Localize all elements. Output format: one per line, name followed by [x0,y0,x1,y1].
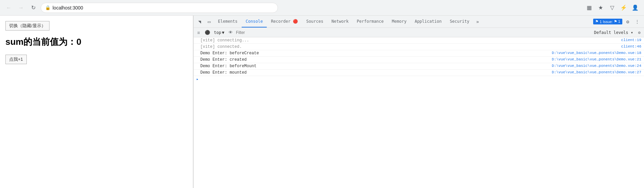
devtools-drawer-icon[interactable]: ▭ [204,17,214,26]
preserve-log-button[interactable]: ⚫ [204,29,211,36]
top-context-arrow: ▼ [222,30,224,35]
console-line: [vite] connecting... client:19 [194,37,644,44]
console-line: Demo Enter: created D:\vue\vue_basic\vue… [194,57,644,63]
bookmark-button[interactable]: ★ [596,3,605,13]
issues-icon: ⚑ [595,19,599,24]
devtools-top-bar: ◥ ▭ Elements Console Recorder 🔴 Sources … [194,16,644,28]
console-line-source[interactable]: D:\vue\vue_basic\vue…ponents\Demo.vue:18 [552,51,641,55]
extensions-button[interactable]: ⚡ [619,3,628,13]
console-toolbar: ☒ ⚫ top ▼ 👁 Default levels ▾ ⚙ [194,28,644,37]
top-context-selector[interactable]: top ▼ [213,30,226,35]
profile-button[interactable]: ▽ [607,3,617,13]
tab-network[interactable]: Network [327,16,353,27]
page-heading: sum的当前值为：0 [5,36,187,48]
issues-count: ⚑ 1 [614,19,620,24]
console-filter-settings-icon[interactable]: ⚙ [636,29,643,36]
tab-performance[interactable]: Performance [353,16,388,27]
address-bar[interactable]: 🔒 localhost:3000 [41,3,278,13]
browser-actions: ▦ ★ ▽ ⚡ 👤 [584,3,640,13]
console-line-source[interactable]: client:19 [621,38,641,42]
tab-sources[interactable]: Sources [302,16,327,27]
devtools-more-icon[interactable]: ⋮ [633,18,641,26]
console-line-text: Demo Enter: beforeCreate [200,51,546,56]
console-line: Demo Enter: beforeMount D:\vue\vue_basic… [194,63,644,70]
top-context-label: top [214,30,221,35]
devtools-panel: ◥ ▭ Elements Console Recorder 🔴 Sources … [193,16,644,188]
increment-button[interactable]: 点我+1 [5,55,27,64]
cast-button[interactable]: ▦ [584,3,594,13]
devtools-tabs: Elements Console Recorder 🔴 Sources Netw… [214,16,593,27]
devtools-tab-actions: ⚑ 1 Issue: ⚑ 1 ⚙ ⋮ [593,18,643,26]
console-line-source[interactable]: D:\vue\vue_basic\vue…ponents\Demo.vue:27 [552,70,641,74]
default-levels-label: Default levels ▾ [594,30,633,35]
devtools-undock-icon[interactable]: ◥ [195,17,204,26]
lock-icon: 🔒 [45,5,51,10]
tab-more-button[interactable]: » [474,16,482,27]
tab-console[interactable]: Console [242,16,267,27]
console-line: Demo Enter: mounted D:\vue\vue_basic\vue… [194,70,644,76]
page-content: 切换（隐藏/显示） sum的当前值为：0 点我+1 [0,16,193,188]
tab-security[interactable]: Security [446,16,474,27]
console-caret[interactable]: ▸ [194,76,644,82]
issues-button[interactable]: ⚑ 1 Issue: ⚑ 1 [593,19,622,24]
tab-application[interactable]: Application [410,16,445,27]
console-line-source[interactable]: D:\vue\vue_basic\vue…ponents\Demo.vue:24 [552,64,641,68]
back-button[interactable]: ← [4,3,14,13]
toggle-button[interactable]: 切换（隐藏/显示） [5,21,49,31]
tab-memory[interactable]: Memory [388,16,410,27]
tab-elements[interactable]: Elements [214,16,242,27]
console-line-text: [vite] connecting... [200,38,616,43]
console-output: [vite] connecting... client:19 [vite] co… [194,37,644,188]
reload-button[interactable]: ↻ [28,3,38,13]
eye-button[interactable]: 👁 [227,29,235,36]
console-line: [vite] connected. client:46 [194,44,644,50]
console-line: Demo Enter: beforeCreate D:\vue\vue_basi… [194,50,644,57]
clear-console-button[interactable]: ☒ [195,29,202,36]
console-line-text: Demo Enter: beforeMount [200,64,546,69]
console-line-source[interactable]: client:46 [621,44,641,49]
console-line-text: Demo Enter: mounted [200,70,546,75]
default-levels-selector[interactable]: Default levels ▾ [592,30,635,35]
console-line-source[interactable]: D:\vue\vue_basic\vue…ponents\Demo.vue:21 [552,57,641,61]
devtools-settings-icon[interactable]: ⚙ [624,18,632,26]
console-line-text: [vite] connected. [200,44,616,49]
issues-label: 1 Issue: [600,20,613,24]
filter-input[interactable] [236,29,591,36]
url-text: localhost:3000 [53,5,83,11]
forward-button[interactable]: → [16,3,26,13]
main-layout: 切换（隐藏/显示） sum的当前值为：0 点我+1 ◥ ▭ Elements C… [0,16,644,188]
browser-chrome: ← → ↻ 🔒 localhost:3000 ▦ ★ ▽ ⚡ 👤 [0,0,644,16]
account-button[interactable]: 👤 [630,3,640,13]
console-line-text: Demo Enter: created [200,57,546,62]
tab-recorder[interactable]: Recorder 🔴 [267,16,302,27]
